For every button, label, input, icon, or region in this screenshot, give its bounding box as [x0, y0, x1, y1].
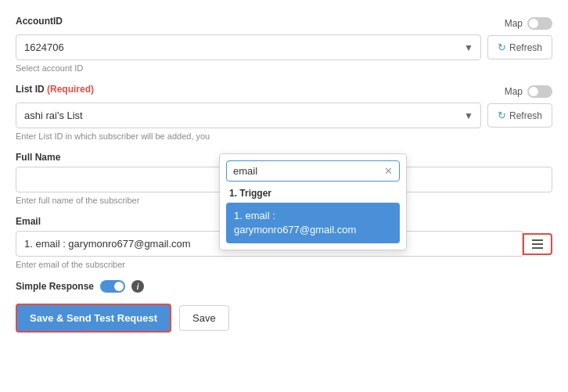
email-menu-button[interactable] [523, 233, 552, 255]
list-id-refresh-icon: ↻ [498, 110, 506, 121]
dropdown-clear-icon[interactable]: ✕ [384, 165, 393, 177]
dropdown-section-label: 1. Trigger [226, 188, 400, 199]
dropdown-search-input[interactable] [233, 165, 384, 177]
save-and-test-button[interactable]: Save & Send Test Request [16, 304, 171, 333]
list-id-refresh-label: Refresh [509, 110, 542, 121]
email-hint: Enter email of the subscriber [16, 260, 552, 269]
save-button[interactable]: Save [179, 305, 229, 331]
menu-line-1 [532, 239, 543, 241]
account-id-hint: Select account ID [16, 63, 552, 73]
account-id-map-label: Map [505, 18, 523, 29]
dropdown-search-row: ✕ [226, 160, 400, 182]
account-id-header-row: AccountID Map [16, 16, 552, 31]
simple-response-toggle[interactable] [100, 280, 125, 293]
list-id-map-row: Map [505, 85, 552, 98]
account-id-refresh-button[interactable]: ↻ Refresh [487, 35, 552, 59]
account-id-select[interactable]: 1624706 [16, 34, 481, 60]
list-id-section: List ID (Required) Map ashi rai's List ▼… [16, 84, 552, 141]
list-id-refresh-button[interactable]: ↻ Refresh [487, 103, 552, 128]
account-id-map-toggle[interactable] [527, 17, 552, 30]
account-id-map-row: Map [505, 17, 552, 30]
list-id-required-label: (Required) [47, 84, 94, 95]
account-id-refresh-label: Refresh [509, 42, 542, 53]
list-id-select[interactable]: ashi rai's List [16, 102, 481, 128]
info-icon[interactable]: i [131, 280, 144, 293]
list-id-map-toggle[interactable] [527, 85, 552, 98]
menu-line-2 [532, 243, 543, 245]
email-section: Email Enter email of the subscriber ✕ 1.… [16, 216, 552, 269]
simple-response-label: Simple Response [16, 281, 94, 292]
account-id-section: AccountID Map 1624706 ▼ ↻ Refresh Select… [16, 16, 552, 73]
dropdown-item-email[interactable]: 1. email :garymonro677@gmail.com [226, 203, 400, 243]
account-id-select-wrapper: 1624706 ▼ [16, 34, 481, 60]
account-id-input-row: 1624706 ▼ ↻ Refresh [16, 34, 552, 60]
list-id-hint: Enter List ID in which subscriber will b… [16, 131, 552, 141]
list-id-map-label: Map [505, 86, 523, 97]
list-id-header-row: List ID (Required) Map [16, 84, 552, 99]
bottom-buttons-row: Save & Send Test Request Save [16, 304, 552, 333]
account-id-label: AccountID [16, 16, 63, 27]
simple-response-row: Simple Response i [16, 280, 552, 293]
email-dropdown-overlay: ✕ 1. Trigger 1. email :garymonro677@gmai… [219, 153, 407, 250]
list-id-select-wrapper: ashi rai's List ▼ [16, 102, 481, 128]
list-id-label: List ID (Required) [16, 84, 94, 95]
account-id-refresh-icon: ↻ [498, 41, 506, 53]
menu-line-3 [532, 247, 543, 249]
list-id-input-row: ashi rai's List ▼ ↻ Refresh [16, 102, 552, 128]
